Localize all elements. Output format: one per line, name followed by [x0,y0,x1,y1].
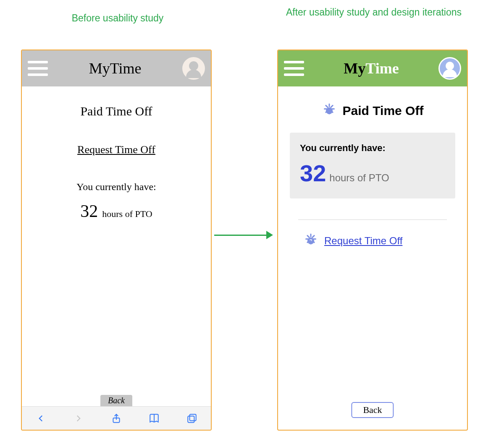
page-title: Paid Time Off [343,104,424,118]
pto-hours-unit: hours of PTO [329,172,389,184]
request-time-off-link[interactable]: Request Time Off [22,144,211,156]
pto-hours-value: 32 [80,201,98,221]
help-sun-icon: ? [303,233,318,248]
request-time-off-link[interactable]: Request Time Off [324,235,402,247]
page-title-row: Paid Time Off [278,103,467,118]
app-title-part2: Time [365,60,399,77]
app-title: MyTime [344,60,399,77]
share-icon[interactable] [110,413,122,424]
tabs-icon[interactable] [186,413,198,424]
pto-hours-unit: hours of PTO [102,209,152,219]
nav-back-icon[interactable] [35,413,47,424]
back-button[interactable]: Back [351,402,394,418]
profile-avatar-icon[interactable] [438,57,461,80]
pto-balance: 32 hours of PTO [300,159,445,187]
request-row: ? Request Time Off [303,233,467,248]
svg-rect-2 [188,416,194,422]
profile-avatar-icon[interactable] [182,57,205,80]
balance-intro-text: You currently have: [300,143,445,154]
before-header: MyTime [22,50,211,86]
bookmarks-icon[interactable] [148,413,160,424]
pto-balance: 32 hours of PTO [22,201,211,221]
menu-icon[interactable] [284,61,304,76]
before-label: Before usability study [21,13,214,24]
menu-icon[interactable] [28,61,48,76]
divider [298,219,447,220]
svg-rect-1 [190,414,196,420]
balance-intro-text: You currently have: [22,181,211,193]
pto-hours-value: 32 [300,159,326,187]
back-button[interactable]: Back [100,395,132,406]
page-title: Paid Time Off [22,104,211,118]
after-header: MyTime [278,50,467,86]
after-label: After usability study and design iterati… [277,7,470,18]
before-screen: MyTime Paid Time Off Request Time Off Yo… [21,50,212,431]
after-screen: MyTime Paid Time Off You currently have:… [277,50,468,431]
pto-balance-card: You currently have: 32 hours of PTO [290,133,455,198]
app-title-part1: My [344,60,365,77]
app-title: MyTime [89,60,142,77]
browser-toolbar [22,406,211,430]
transition-arrow [214,227,273,243]
nav-forward-icon [73,413,84,424]
sun-icon [322,103,337,118]
